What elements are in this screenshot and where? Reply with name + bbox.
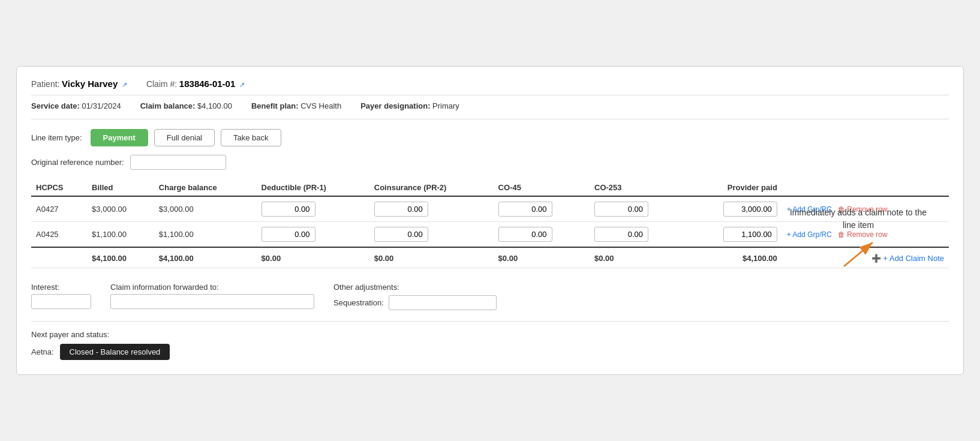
svg-line-1 (844, 242, 873, 266)
next-payer-label: Next payer and status: (31, 330, 949, 339)
col-coinsurance: Coinsurance (PR-2) (369, 179, 494, 196)
main-card: Patient: Vicky Harvey ↗ Claim #: 183846-… (16, 66, 964, 375)
next-payer-section: Next payer and status: Aetna: Closed - B… (31, 321, 949, 360)
charge-balance-1: $3,000.00 (154, 196, 257, 222)
deductible-input-2[interactable] (261, 227, 315, 242)
line-item-type-row: Line item type: Payment Full denial Take… (31, 129, 949, 146)
sequestration-row: Sequestration: (333, 295, 497, 310)
col-deductible: Deductible (PR-1) (257, 179, 369, 196)
table-header-row: HCPCS Billed Charge balance Deductible (… (31, 179, 949, 196)
claim-info-input[interactable] (110, 294, 314, 309)
deductible-input-1[interactable] (261, 202, 315, 217)
tooltip-area: Immediately adds a claim note to the lin… (789, 206, 927, 272)
billed-2: $1,100.00 (87, 222, 154, 248)
benefit-plan: Benefit plan: CVS Health (251, 101, 341, 110)
total-coinsurance: $0.00 (369, 247, 494, 268)
coinsurance-input-1[interactable] (374, 202, 428, 217)
coinsurance-input-2[interactable] (374, 227, 428, 242)
col-co253: CO-253 (590, 179, 686, 196)
service-date: Service date: 01/31/2024 (31, 101, 121, 110)
total-billed: $4,100.00 (87, 247, 154, 268)
sequestration-input[interactable] (389, 295, 497, 310)
payer-designation: Payer designation: Primary (360, 101, 459, 110)
payer-status-row: Aetna: Closed - Balance resolved (31, 344, 949, 360)
hcpcs-code-2: A0425 (31, 222, 87, 248)
full-denial-button[interactable]: Full denial (154, 129, 215, 146)
claim-info-label: Claim information forwarded to: (110, 283, 314, 292)
co45-input-1[interactable] (498, 202, 552, 217)
claim-external-link[interactable]: ↗ (239, 81, 245, 88)
col-actions (782, 179, 949, 196)
interest-input[interactable] (31, 294, 91, 309)
total-provider-paid: $4,100.00 (686, 247, 781, 268)
subheader-row: Service date: 01/31/2024 Claim balance: … (31, 101, 949, 119)
sequestration-label: Sequestration: (333, 298, 384, 307)
other-adj-group: Other adjustments: Sequestration: (333, 283, 497, 310)
payment-button[interactable]: Payment (91, 129, 148, 146)
patient-external-link[interactable]: ↗ (122, 81, 127, 88)
totals-label (31, 247, 87, 268)
billed-1: $3,000.00 (87, 196, 154, 222)
col-hcpcs: HCPCS (31, 179, 87, 196)
charge-balance-2: $1,100.00 (154, 222, 257, 248)
bottom-fields: Interest: Claim information forwarded to… (31, 277, 949, 310)
col-co45: CO-45 (494, 179, 590, 196)
provider-paid-input-1[interactable] (723, 202, 777, 217)
total-co253: $0.00 (590, 247, 686, 268)
patient-label: Patient: Vicky Harvey ↗ (31, 79, 127, 89)
total-charge-balance: $4,100.00 (154, 247, 257, 268)
payer-name: Aetna: (31, 347, 54, 356)
arrow-icon (834, 236, 882, 272)
interest-group: Interest: (31, 283, 91, 309)
claim-label-group: Claim #: 183846-01-01 ↗ (146, 79, 245, 89)
co253-input-1[interactable] (594, 202, 648, 217)
interest-label: Interest: (31, 283, 91, 292)
col-charge-balance: Charge balance (154, 179, 257, 196)
take-back-button[interactable]: Take back (221, 129, 281, 146)
total-co45: $0.00 (494, 247, 590, 268)
original-ref-input[interactable] (130, 155, 226, 170)
orig-ref-row: Original reference number: (31, 155, 949, 170)
status-badge: Closed - Balance resolved (60, 344, 170, 360)
original-ref-label: Original reference number: (31, 158, 124, 167)
co253-input-2[interactable] (594, 227, 648, 242)
claim-info-group: Claim information forwarded to: (110, 283, 314, 309)
line-item-type-label: Line item type: (31, 133, 82, 142)
co45-input-2[interactable] (498, 227, 552, 242)
col-provider-paid: Provider paid (686, 179, 781, 196)
tooltip-text: Immediately adds a claim note to the lin… (789, 206, 927, 232)
col-billed: Billed (87, 179, 154, 196)
total-deductible: $0.00 (257, 247, 369, 268)
header-row: Patient: Vicky Harvey ↗ Claim #: 183846-… (31, 79, 949, 95)
other-adj-label: Other adjustments: (333, 283, 497, 292)
hcpcs-code-1: A0427 (31, 196, 87, 222)
provider-paid-input-2[interactable] (723, 227, 777, 242)
claim-balance: Claim balance: $4,100.00 (140, 101, 232, 110)
